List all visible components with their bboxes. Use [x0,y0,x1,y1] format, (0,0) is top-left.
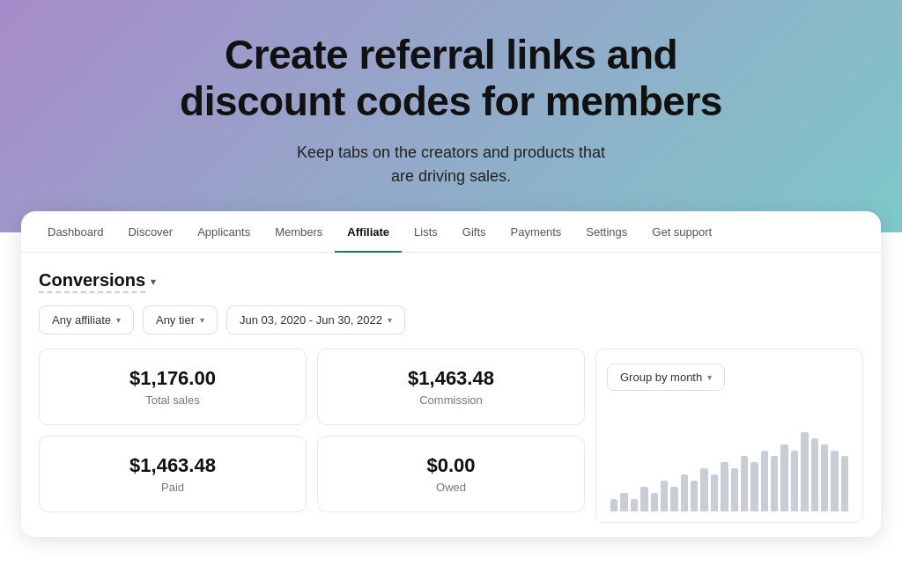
affiliate-filter-button[interactable]: Any affiliate ▾ [39,305,134,334]
chart-bar [801,432,808,511]
nav-tab-discover[interactable]: Discover [116,211,186,253]
stat-value: $0.00 [332,454,570,477]
chart-bar [791,451,798,511]
section-header: Conversions ▾ [39,270,863,293]
chart-bar [711,474,718,511]
dashboard-card: DashboardDiscoverApplicantsMembersAffili… [21,211,881,537]
hero-subtitle: Keep tabs on the creators and products t… [18,141,884,188]
chart-bar [691,481,698,511]
chart-bar [821,445,828,511]
stats-grid: $1,176.00 Total sales $1,463.48 Commissi… [39,349,863,523]
chart-bar [831,451,838,511]
nav-tabs: DashboardDiscoverApplicantsMembersAffili… [21,211,881,253]
chart-panel: Group by month ▾ [595,349,863,523]
nav-tab-gifts[interactable]: Gifts [450,211,499,253]
hero-section: Create referral links and discount codes… [0,0,902,232]
chart-bar [841,456,848,511]
stat-label: Paid [54,481,292,494]
chart-bar [780,445,787,511]
nav-tab-lists[interactable]: Lists [402,211,450,253]
stat-label: Commission [332,393,570,407]
nav-tab-get-support[interactable]: Get support [640,211,724,253]
group-by-chevron-icon: ▾ [707,372,712,382]
stat-card: $0.00 Owed [317,436,585,512]
section-chevron-icon[interactable]: ▾ [151,276,156,288]
chart-bar [670,487,677,511]
stat-label: Total sales [54,393,292,407]
chart-bar [640,487,647,511]
chart-bar [731,468,738,511]
nav-tab-payments[interactable]: Payments [499,211,574,253]
date-range-filter-button[interactable]: Jun 03, 2020 - Jun 30, 2022 ▾ [226,305,405,334]
nav-tab-applicants[interactable]: Applicants [185,211,262,253]
tier-filter-button[interactable]: Any tier ▾ [143,305,218,334]
group-by-button[interactable]: Group by month ▾ [607,364,725,391]
section-title: Conversions [39,270,145,293]
chart-bar [681,474,688,511]
stat-card: $1,463.48 Paid [39,436,307,512]
filters-row: Any affiliate ▾ Any tier ▾ Jun 03, 2020 … [39,305,863,334]
chart-bar [651,493,658,511]
chart-bar [661,481,668,511]
stat-value: $1,176.00 [54,367,292,390]
stat-value: $1,463.48 [332,367,570,390]
stat-card: $1,176.00 Total sales [39,349,307,425]
chart-bar [631,499,638,511]
nav-tab-affiliate[interactable]: Affiliate [335,211,402,253]
chart-bar [700,468,707,511]
hero-title: Create referral links and discount codes… [143,32,759,125]
chart-bar [811,438,818,511]
chart-bar [761,451,768,511]
chart-bar [771,456,778,511]
tier-chevron-icon: ▾ [200,315,204,325]
content-area: Conversions ▾ Any affiliate ▾ Any tier ▾… [21,253,881,537]
stats-left: $1,176.00 Total sales $1,463.48 Commissi… [39,349,585,512]
affiliate-chevron-icon: ▾ [116,315,121,325]
chart-bar [610,499,617,511]
bar-chart [607,401,852,511]
stat-label: Owed [332,481,570,494]
chart-bar [721,462,728,511]
nav-tab-dashboard[interactable]: Dashboard [35,211,116,253]
stat-value: $1,463.48 [54,454,292,477]
date-range-chevron-icon: ▾ [388,315,392,325]
nav-tab-members[interactable]: Members [262,211,335,253]
nav-tab-settings[interactable]: Settings [573,211,640,253]
stat-card: $1,463.48 Commission [317,349,585,425]
chart-bar [620,493,627,511]
chart-bar [741,456,748,511]
chart-bar [750,462,758,511]
